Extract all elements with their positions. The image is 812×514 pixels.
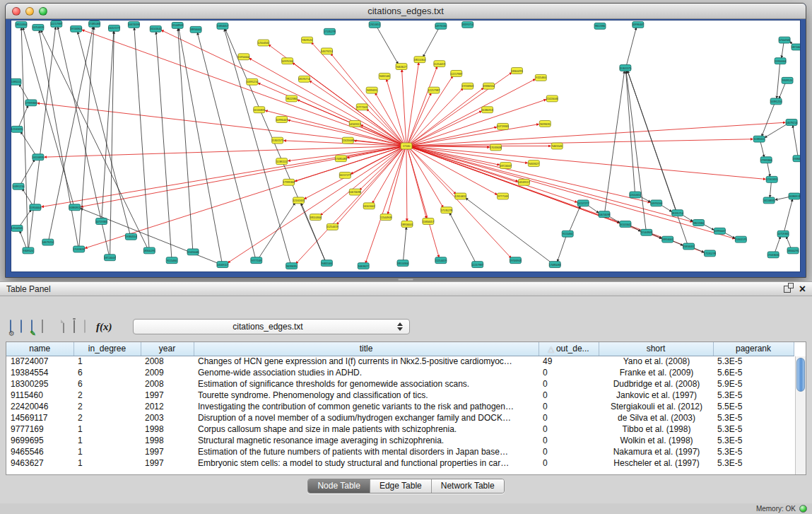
graph-node[interactable]: 15301575 bbox=[619, 65, 631, 71]
table-cell[interactable]: 5.3E-5 bbox=[713, 446, 794, 457]
graph-node[interactable]: 18724007 bbox=[792, 44, 800, 50]
table-cell[interactable]: Yano et al. (2008) bbox=[599, 356, 713, 367]
graph-node[interactable]: 16157277 bbox=[108, 25, 120, 31]
graph-node[interactable]: 9309520 bbox=[782, 77, 793, 83]
table-cell[interactable]: 5.3E-5 bbox=[713, 390, 794, 401]
graph-node[interactable]: 12217987 bbox=[471, 262, 483, 268]
graph-node[interactable]: 9465546 bbox=[379, 73, 390, 79]
table-row[interactable]: 946362711997Embryonic stem cells: a mode… bbox=[6, 457, 794, 469]
function-builder-button[interactable]: f(x) bbox=[95, 320, 112, 333]
graph-node[interactable]: 11381111 bbox=[753, 136, 765, 142]
graph-node[interactable]: 10719365 bbox=[95, 218, 107, 225]
table-cell[interactable]: 49 bbox=[539, 356, 599, 367]
graph-node[interactable]: 17033636 bbox=[767, 252, 779, 258]
graph-node[interactable]: 9699695 bbox=[366, 87, 377, 93]
graph-node[interactable]: 9463627 bbox=[528, 160, 539, 167]
graph-node[interactable]: 9777169 bbox=[498, 193, 509, 199]
table-row[interactable]: 1938455462009Genome-wide association stu… bbox=[6, 367, 794, 378]
table-cell[interactable]: Changes of HCN gene expression and I(f) … bbox=[194, 356, 539, 367]
column-header-pagerank[interactable]: pagerank bbox=[713, 342, 794, 356]
graph-node[interactable]: 19746903 bbox=[70, 25, 82, 32]
tab-node-table[interactable]: Node Table bbox=[308, 479, 370, 493]
table-cell[interactable]: 2009 bbox=[141, 367, 194, 378]
graph-node[interactable]: 17135278 bbox=[704, 250, 716, 257]
graph-node[interactable]: 19384554 bbox=[125, 233, 137, 240]
table-cell[interactable]: 1997 bbox=[141, 446, 194, 457]
column-header-short[interactable]: short bbox=[599, 342, 713, 356]
graph-node[interactable]: 9115460 bbox=[535, 74, 546, 81]
graph-node[interactable]: 16116835 bbox=[253, 107, 264, 113]
graph-node[interactable]: 12504341 bbox=[11, 225, 23, 231]
table-row[interactable]: 977716911998Corpus callosum shape and si… bbox=[6, 424, 794, 435]
graph-node[interactable]: 18195714 bbox=[298, 76, 310, 82]
graph-node[interactable]: 14569117 bbox=[518, 179, 529, 185]
tab-network-table[interactable]: Network Table bbox=[432, 479, 504, 493]
close-panel-icon[interactable]: × bbox=[799, 284, 806, 294]
graph-node[interactable]: 10719365 bbox=[497, 123, 509, 129]
column-header-in-degree[interactable]: in_degree bbox=[73, 342, 141, 356]
graph-node[interactable]: 10719365 bbox=[777, 230, 789, 237]
graph-node[interactable]: 18956001 bbox=[190, 26, 202, 33]
table-cell[interactable]: 1 bbox=[73, 424, 141, 435]
table-cell[interactable]: 1 bbox=[73, 457, 141, 469]
graph-node[interactable]: 16157277 bbox=[577, 200, 589, 206]
table-mode-button[interactable]: ⚙ bbox=[10, 320, 11, 333]
graph-node[interactable]: 11254419 bbox=[33, 24, 44, 30]
table-cell[interactable]: 0 bbox=[539, 401, 599, 412]
graph-node[interactable]: 11544909 bbox=[172, 22, 183, 28]
table-cell[interactable]: Structural magnetic resonance image aver… bbox=[194, 435, 539, 446]
table-row[interactable]: 911546021997Tourette syndrome. Phenomeno… bbox=[6, 390, 794, 401]
graph-node[interactable]: 9822380 bbox=[286, 95, 298, 102]
table-cell[interactable]: 18724007 bbox=[6, 356, 73, 367]
graph-node[interactable]: 16116835 bbox=[763, 197, 775, 204]
table-cell[interactable]: 2 bbox=[73, 401, 141, 412]
show-columns-button[interactable] bbox=[20, 320, 22, 333]
table-row[interactable]: 969969511998Structural magnetic resonanc… bbox=[6, 435, 794, 446]
table-cell[interactable]: 2008 bbox=[141, 356, 194, 367]
table-cell[interactable]: 5.5E-5 bbox=[713, 401, 794, 412]
table-cell[interactable]: 0 bbox=[539, 367, 599, 378]
graph-node[interactable]: 17485083 bbox=[549, 262, 561, 268]
graph-node[interactable]: 16380913 bbox=[481, 107, 493, 113]
column-header-out-de-[interactable]: △out_de... bbox=[539, 342, 599, 356]
table-cell[interactable]: 9463627 bbox=[6, 457, 73, 469]
graph-node[interactable]: 15301575 bbox=[735, 236, 747, 243]
graph-node[interactable]: 9822380 bbox=[693, 220, 705, 226]
graph-node[interactable]: 19746903 bbox=[461, 83, 473, 89]
graph-node[interactable]: 15301575 bbox=[271, 137, 283, 144]
graph-node[interactable]: 15950004 bbox=[29, 204, 41, 211]
table-cell[interactable]: Dudbridge et al. (2008) bbox=[599, 378, 713, 390]
table-cell[interactable]: 5.3E-5 bbox=[713, 424, 794, 435]
table-cell[interactable]: 9465546 bbox=[6, 446, 73, 457]
graph-node[interactable]: 17999366 bbox=[283, 179, 295, 185]
graph-node[interactable]: 22420046 bbox=[342, 137, 354, 144]
table-row[interactable]: 2242004622012Investigating the contribut… bbox=[6, 401, 794, 412]
graph-node[interactable]: 15834057 bbox=[683, 243, 695, 250]
table-row[interactable]: 1872400712008Changes of HCN gene express… bbox=[6, 356, 794, 367]
table-cell[interactable]: 0 bbox=[539, 378, 599, 390]
graph-node[interactable]: 17033636 bbox=[490, 144, 502, 151]
graph-node[interactable]: 17135278 bbox=[440, 207, 452, 214]
column-header-title[interactable]: title bbox=[194, 342, 539, 356]
graph-node[interactable]: 18195714 bbox=[461, 21, 473, 28]
graph-node[interactable]: 11544909 bbox=[380, 214, 392, 221]
table-cell[interactable]: Jankovic et al. (1997) bbox=[599, 390, 713, 401]
graph-node[interactable]: 9465546 bbox=[551, 143, 563, 149]
graph-node[interactable]: 14679214 bbox=[42, 239, 54, 245]
table-cell[interactable]: 2008 bbox=[141, 378, 194, 390]
table-cell[interactable]: 0 bbox=[539, 390, 599, 401]
graph-node[interactable]: 11254419 bbox=[326, 223, 338, 230]
table-cell[interactable]: 9699695 bbox=[6, 435, 73, 446]
graph-node[interactable]: 15950004 bbox=[775, 58, 787, 64]
table-cell[interactable]: 5.3E-5 bbox=[713, 457, 794, 469]
graph-node[interactable]: 10391210 bbox=[770, 98, 782, 105]
table-cell[interactable]: 0 bbox=[539, 435, 599, 446]
table-row[interactable]: 946554611997Estimation of the future num… bbox=[6, 446, 794, 457]
graph-node[interactable]: 12161655 bbox=[766, 176, 778, 182]
graph-node[interactable]: 18300295 bbox=[511, 68, 523, 74]
graph-node[interactable]: 14569117 bbox=[217, 262, 228, 268]
graph-node[interactable]: 19384554 bbox=[793, 156, 800, 162]
graph-node[interactable]: 14679214 bbox=[321, 48, 333, 54]
graph-node[interactable]: 12161655 bbox=[293, 197, 305, 204]
graph-node[interactable]: 18724007 bbox=[104, 255, 116, 261]
